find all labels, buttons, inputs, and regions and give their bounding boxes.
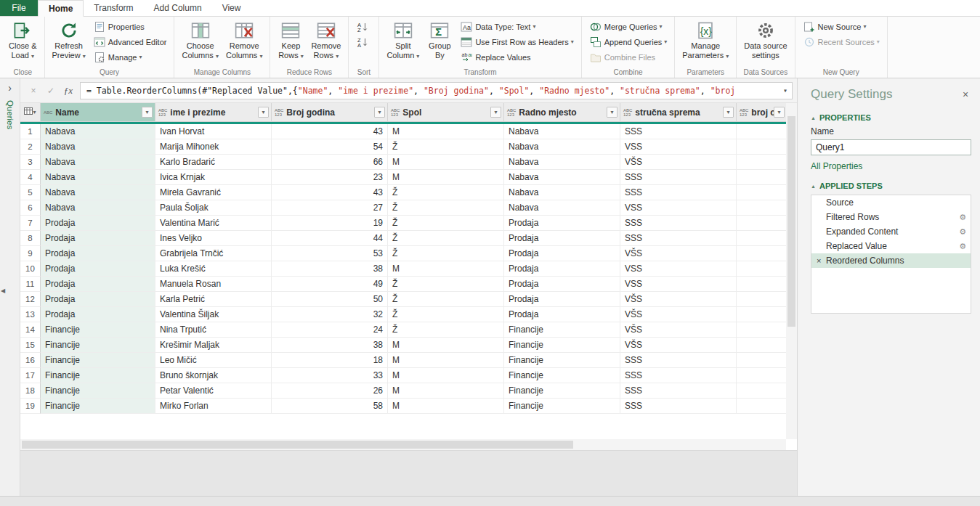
cell[interactable]: SSS bbox=[620, 368, 737, 383]
row-number[interactable]: 13 bbox=[20, 307, 41, 322]
cell[interactable]: Financije bbox=[41, 338, 155, 353]
row-number[interactable]: 19 bbox=[20, 399, 41, 414]
applied-step-filtered-rows[interactable]: ×Filtered Rows⚙ bbox=[811, 210, 971, 224]
row-number[interactable]: 14 bbox=[20, 322, 41, 338]
cell[interactable]: 66 bbox=[272, 155, 388, 170]
cell[interactable]: Nabava bbox=[41, 124, 155, 139]
cell[interactable]: Ž bbox=[388, 139, 504, 155]
cell[interactable]: Ž bbox=[388, 277, 504, 292]
vertical-scrollbar[interactable] bbox=[786, 103, 797, 439]
cell[interactable]: M bbox=[388, 338, 504, 353]
cell[interactable]: Financije bbox=[504, 399, 620, 414]
cell[interactable]: Ž bbox=[388, 200, 504, 216]
remove-rows-button[interactable]: RemoveRows ▾ bbox=[307, 18, 344, 65]
column-type-icon[interactable]: ABC123 bbox=[391, 108, 400, 117]
row-number[interactable]: 6 bbox=[20, 200, 41, 216]
cell[interactable] bbox=[737, 124, 786, 139]
select-all-corner[interactable]: ▾ bbox=[20, 103, 41, 122]
cell[interactable]: VSS bbox=[620, 277, 737, 292]
row-number[interactable]: 11 bbox=[20, 277, 41, 292]
cell[interactable] bbox=[737, 139, 786, 155]
applied-step-expanded-content[interactable]: ×Expanded Content⚙ bbox=[811, 224, 971, 239]
cell[interactable]: Karla Petrić bbox=[155, 292, 272, 307]
row-number[interactable]: 15 bbox=[20, 338, 41, 353]
cell[interactable] bbox=[737, 292, 786, 307]
cell[interactable]: 43 bbox=[272, 185, 388, 200]
queries-pane-collapsed[interactable]: › Queries ◀ bbox=[0, 78, 20, 496]
row-number[interactable]: 4 bbox=[20, 170, 41, 185]
cell[interactable]: Prodaja bbox=[504, 216, 620, 231]
cell[interactable] bbox=[737, 277, 786, 292]
cell[interactable] bbox=[737, 261, 786, 277]
filter-dropdown-icon[interactable]: ▾ bbox=[774, 107, 785, 118]
row-number[interactable]: 2 bbox=[20, 139, 41, 155]
cell[interactable] bbox=[737, 155, 786, 170]
cell[interactable]: 54 bbox=[272, 139, 388, 155]
cell[interactable]: Ž bbox=[388, 246, 504, 261]
cell[interactable]: Ž bbox=[388, 292, 504, 307]
tab-home[interactable]: Home bbox=[38, 0, 84, 17]
cell[interactable]: VSS bbox=[620, 139, 737, 155]
cell[interactable]: M bbox=[388, 155, 504, 170]
cell[interactable]: 19 bbox=[272, 216, 388, 231]
cell[interactable]: Ž bbox=[388, 216, 504, 231]
row-number[interactable]: 7 bbox=[20, 216, 41, 231]
cell[interactable]: Mirela Gavranić bbox=[155, 185, 272, 200]
tab-file[interactable]: File bbox=[0, 0, 38, 16]
cell[interactable]: M bbox=[388, 124, 504, 139]
filter-dropdown-icon[interactable]: ▾ bbox=[490, 107, 501, 118]
row-number[interactable]: 8 bbox=[20, 231, 41, 246]
cell[interactable]: Nabava bbox=[41, 139, 155, 155]
cell[interactable] bbox=[737, 399, 786, 414]
cell[interactable]: Ines Veljko bbox=[155, 231, 272, 246]
cell[interactable]: 32 bbox=[272, 307, 388, 322]
horizontal-scrollbar-thumb[interactable] bbox=[22, 441, 573, 449]
cell[interactable]: VŠS bbox=[620, 155, 737, 170]
cell[interactable]: Nabava bbox=[504, 200, 620, 216]
cell[interactable] bbox=[737, 338, 786, 353]
cell[interactable]: Financije bbox=[41, 322, 155, 338]
cell[interactable]: VSS bbox=[620, 261, 737, 277]
column-type-icon[interactable]: ABC123 bbox=[623, 108, 632, 117]
cell[interactable]: Prodaja bbox=[504, 277, 620, 292]
filter-dropdown-icon[interactable]: ▾ bbox=[607, 107, 617, 118]
cell[interactable]: Paula Šoljak bbox=[155, 200, 272, 216]
cell[interactable] bbox=[737, 368, 786, 383]
cell[interactable]: Prodaja bbox=[41, 216, 155, 231]
row-number[interactable]: 18 bbox=[20, 383, 41, 399]
cell[interactable]: Financije bbox=[504, 383, 620, 399]
row-number[interactable]: 12 bbox=[20, 292, 41, 307]
refresh-preview-button[interactable]: RefreshPreview ▾ bbox=[49, 18, 89, 65]
cell[interactable]: Nabava bbox=[41, 200, 155, 216]
sort-za-button[interactable]: ZA bbox=[352, 34, 375, 49]
cell[interactable] bbox=[737, 185, 786, 200]
cell[interactable]: Ž bbox=[388, 307, 504, 322]
recent-sources-button[interactable]: Recent Sources▾ bbox=[799, 34, 883, 49]
delete-step-icon[interactable]: × bbox=[817, 256, 826, 265]
table-menu-caret-icon[interactable]: ▾ bbox=[33, 109, 36, 115]
cell[interactable]: SSS bbox=[620, 353, 737, 368]
cell[interactable]: Financije bbox=[41, 353, 155, 368]
merge-queries-button[interactable]: Merge Queries▾ bbox=[586, 19, 671, 34]
cell[interactable]: VŠS bbox=[620, 292, 737, 307]
cell[interactable]: SSS bbox=[620, 383, 737, 399]
cell[interactable]: M bbox=[388, 368, 504, 383]
cell[interactable]: Financije bbox=[504, 338, 620, 353]
cell[interactable]: VSS bbox=[620, 200, 737, 216]
cell[interactable]: Prodaja bbox=[41, 261, 155, 277]
cell[interactable] bbox=[737, 231, 786, 246]
column-type-icon[interactable]: ABC123 bbox=[275, 108, 283, 117]
cell[interactable]: Petar Valentić bbox=[155, 383, 272, 399]
cell[interactable]: M bbox=[388, 261, 504, 277]
cell[interactable]: 18 bbox=[272, 353, 388, 368]
cell[interactable] bbox=[737, 383, 786, 399]
applied-step-source[interactable]: ×Source bbox=[811, 195, 971, 210]
filter-dropdown-icon[interactable]: ▾ bbox=[723, 107, 734, 118]
cell[interactable]: Prodaja bbox=[41, 292, 155, 307]
column-header-radno-mjesto[interactable]: ABC123Radno mjesto▾ bbox=[504, 103, 620, 122]
column-header-name[interactable]: ABCName▾ bbox=[41, 103, 155, 122]
properties-section-header[interactable]: ▲ PROPERTIES bbox=[811, 113, 971, 122]
cell[interactable]: 24 bbox=[272, 322, 388, 338]
data-type-text-button[interactable]: AaData Type: Text▾ bbox=[456, 19, 577, 34]
cell[interactable] bbox=[737, 216, 786, 231]
